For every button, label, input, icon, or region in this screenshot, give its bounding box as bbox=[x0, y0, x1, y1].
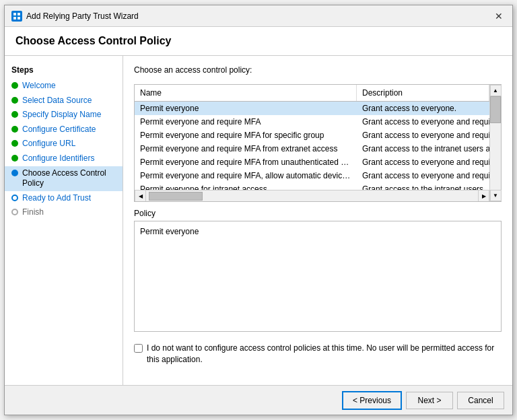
title-bar-left: Add Relying Party Trust Wizard bbox=[11, 11, 139, 22]
row-2-desc: Grant access to everyone and requir bbox=[357, 129, 489, 142]
next-button[interactable]: Next > bbox=[406, 392, 453, 409]
table-row[interactable]: Permit everyone and require MFA for spec… bbox=[135, 129, 489, 142]
step-dot-select-data-source bbox=[11, 97, 18, 104]
window-title: Add Relying Party Trust Wizard bbox=[26, 11, 139, 21]
sidebar-item-choose-access-control-policy[interactable]: Choose Access Control Policy bbox=[5, 166, 123, 191]
step-dot-configure-certificate bbox=[11, 126, 18, 133]
title-bar: Add Relying Party Trust Wizard ✕ bbox=[5, 5, 512, 27]
col-name-header: Name bbox=[135, 85, 357, 101]
scroll-left-arrow[interactable]: ◀ bbox=[135, 190, 146, 202]
table-row[interactable]: Permit everyone and require MFA from una… bbox=[135, 155, 489, 169]
sidebar-item-configure-url[interactable]: Configure URL bbox=[5, 137, 123, 151]
sidebar-item-ready-to-add-trust[interactable]: Ready to Add Trust bbox=[5, 191, 123, 206]
sidebar-label-finish: Finish bbox=[22, 207, 44, 218]
wizard-window: Add Relying Party Trust Wizard ✕ Choose … bbox=[4, 5, 513, 415]
policy-label: Policy bbox=[134, 209, 502, 218]
svg-rect-3 bbox=[18, 17, 20, 20]
sidebar-item-finish[interactable]: Finish bbox=[5, 205, 123, 220]
v-scroll-thumb[interactable] bbox=[490, 96, 501, 123]
row-6-desc: Grant access to the intranet users. bbox=[357, 182, 489, 190]
page-title: Choose Access Control Policy bbox=[15, 35, 502, 47]
scroll-up-arrow[interactable]: ▲ bbox=[490, 85, 502, 96]
horizontal-scrollbar[interactable]: ◀ ▶ bbox=[135, 190, 489, 201]
policy-value: Permit everyone bbox=[140, 227, 199, 236]
policy-section: Policy Permit everyone bbox=[134, 209, 502, 332]
step-dot-ready-to-add-trust bbox=[11, 195, 18, 201]
row-6-name: Permit everyone for intranet access bbox=[135, 182, 357, 190]
row-3-name: Permit everyone and require MFA from ext… bbox=[135, 142, 357, 155]
previous-button[interactable]: < Previous bbox=[342, 391, 402, 410]
row-1-desc: Grant access to everyone and requir bbox=[357, 115, 489, 129]
table-row[interactable]: Permit everyone and require MFA Grant ac… bbox=[135, 115, 489, 129]
table-row[interactable]: Permit everyone and require MFA, allow a… bbox=[135, 169, 489, 182]
sidebar-item-configure-certificate[interactable]: Configure Certificate bbox=[5, 123, 123, 137]
close-button[interactable]: ✕ bbox=[492, 9, 506, 23]
table-header: Name Description bbox=[135, 85, 489, 102]
h-scroll-thumb[interactable] bbox=[149, 192, 203, 201]
step-dot-configure-identifiers bbox=[11, 155, 18, 162]
step-dot-welcome bbox=[11, 82, 18, 89]
row-0-name: Permit everyone bbox=[135, 102, 357, 115]
row-2-name: Permit everyone and require MFA for spec… bbox=[135, 129, 357, 142]
h-scroll-track[interactable] bbox=[146, 190, 478, 201]
table-row[interactable]: Permit everyone for intranet access Gran… bbox=[135, 182, 489, 190]
sidebar-item-specify-display-name[interactable]: Specify Display Name bbox=[5, 108, 123, 123]
svg-rect-1 bbox=[18, 13, 20, 15]
choose-policy-label: Choose an access control policy: bbox=[134, 65, 502, 75]
sidebar-label-configure-certificate: Configure Certificate bbox=[22, 125, 96, 135]
sidebar-item-configure-identifiers[interactable]: Configure Identifiers bbox=[5, 151, 123, 166]
table-inner: Name Description Permit everyone Grant a… bbox=[135, 85, 489, 201]
scroll-right-arrow[interactable]: ▶ bbox=[478, 190, 489, 202]
col-desc-header: Description bbox=[357, 85, 489, 101]
table-body[interactable]: Permit everyone Grant access to everyone… bbox=[135, 102, 489, 190]
page-header: Choose Access Control Policy bbox=[5, 27, 512, 56]
row-5-name: Permit everyone and require MFA, allow a… bbox=[135, 169, 357, 182]
scroll-down-arrow[interactable]: ▼ bbox=[490, 190, 502, 201]
vertical-scrollbar[interactable]: ▲ ▼ bbox=[489, 85, 501, 201]
cancel-button[interactable]: Cancel bbox=[457, 392, 504, 409]
step-dot-configure-url bbox=[11, 140, 18, 147]
sidebar-label-select-data-source: Select Data Source bbox=[22, 96, 92, 106]
sidebar-label-configure-url: Configure URL bbox=[22, 139, 75, 149]
app-icon bbox=[11, 11, 22, 22]
policy-table-container: Name Description Permit everyone Grant a… bbox=[134, 84, 502, 202]
step-dot-choose-access-control-policy bbox=[11, 170, 18, 176]
no-policy-label[interactable]: I do not want to configure access contro… bbox=[147, 343, 502, 365]
steps-label: Steps bbox=[5, 63, 123, 79]
sidebar: Steps Welcome Select Data Source Specify… bbox=[5, 56, 123, 385]
sidebar-label-configure-identifiers: Configure Identifiers bbox=[22, 153, 94, 164]
row-1-name: Permit everyone and require MFA bbox=[135, 115, 357, 129]
sidebar-label-ready-to-add-trust: Ready to Add Trust bbox=[22, 193, 91, 204]
row-4-desc: Grant access to everyone and requir bbox=[357, 155, 489, 169]
svg-rect-2 bbox=[13, 17, 16, 20]
sidebar-label-welcome: Welcome bbox=[22, 81, 56, 92]
content-area: Steps Welcome Select Data Source Specify… bbox=[5, 56, 512, 385]
no-policy-checkbox[interactable] bbox=[134, 344, 143, 353]
svg-rect-0 bbox=[13, 13, 16, 15]
no-policy-checkbox-row: I do not want to configure access contro… bbox=[134, 339, 502, 370]
footer: < Previous Next > Cancel bbox=[5, 385, 512, 415]
sidebar-label-choose-access-control-policy: Choose Access Control Policy bbox=[22, 168, 116, 189]
table-row[interactable]: Permit everyone and require MFA from ext… bbox=[135, 142, 489, 155]
row-0-desc: Grant access to everyone. bbox=[357, 102, 489, 115]
row-5-desc: Grant access to everyone and requir bbox=[357, 169, 489, 182]
row-4-name: Permit everyone and require MFA from una… bbox=[135, 155, 357, 169]
row-3-desc: Grant access to the intranet users ar bbox=[357, 142, 489, 155]
v-scroll-track[interactable] bbox=[490, 96, 501, 190]
sidebar-label-specify-display-name: Specify Display Name bbox=[22, 110, 101, 120]
sidebar-item-select-data-source[interactable]: Select Data Source bbox=[5, 94, 123, 108]
table-row[interactable]: Permit everyone Grant access to everyone… bbox=[135, 102, 489, 115]
step-dot-finish bbox=[11, 209, 18, 215]
sidebar-item-welcome[interactable]: Welcome bbox=[5, 79, 123, 94]
main-content: Choose an access control policy: Name De… bbox=[123, 56, 512, 385]
policy-box: Permit everyone bbox=[134, 221, 502, 332]
step-dot-specify-display-name bbox=[11, 111, 18, 118]
